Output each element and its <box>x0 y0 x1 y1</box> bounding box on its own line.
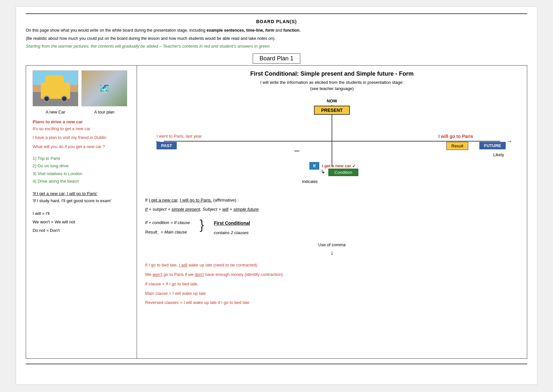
car-wheel-left <box>43 96 50 102</box>
car-image <box>33 70 78 106</box>
form1-if: If <box>145 198 149 203</box>
desc1-func: function <box>283 28 299 33</box>
form-section: If I get a new car, I will go to Paris. … <box>145 196 519 214</box>
board-plan-title-box: Board Plan 1 <box>253 53 300 64</box>
b2-rest: have enough money (identify contraction) <box>204 272 283 277</box>
bottom-text-section: If I go to bed late, I will wake up late… <box>145 261 519 307</box>
form2-rest2: Subject + <box>202 207 222 212</box>
form2-will: will <box>222 207 229 212</box>
likely-text: Likely <box>493 152 504 157</box>
desc1-end: . <box>299 28 300 33</box>
left-red-text4: What will you do if you get a new car ? <box>33 143 130 150</box>
numbered-item-3: 3) Visit relatives in London <box>33 170 130 177</box>
main-content: 🗺️ A new Car A tour plan Plans to drive … <box>26 65 527 359</box>
images-row: 🗺️ <box>33 70 130 106</box>
comma-section: Use of comma ↓ <box>145 242 519 256</box>
indicates-text: Indicates <box>302 179 318 184</box>
left-contractions: I will = I'll We won't = We will not Do … <box>33 209 130 235</box>
board-plan-title-row: Board Plan 1 <box>26 53 527 64</box>
form-line-1: If I get a new car, I will go to Paris. … <box>145 196 519 204</box>
desc1-and: and <box>274 28 283 33</box>
page-container: BOARD PLAN(S) On this page show what you… <box>16 7 537 385</box>
clause-line2: Result_ = Main clause <box>145 228 190 237</box>
car-shape <box>41 83 70 99</box>
bottom-line4: Main clause = I will wake up late <box>145 290 519 298</box>
b2-pre: We <box>145 272 153 277</box>
bottom-border <box>26 364 527 364</box>
header-section: BOARD PLAN(S) <box>26 19 527 24</box>
timeline-diagram: NOW PRESENT ← → I went to Paris, last ye… <box>145 98 519 190</box>
header-desc2: (Be realistic about how much you could p… <box>26 36 527 42</box>
contraction1: I will = I'll <box>33 209 130 218</box>
left-red-text2: It's so exciting to get a new car <box>33 126 130 132</box>
right-panel: First Conditional: Simple present and Si… <box>137 66 527 358</box>
tour-image-inner: 🗺️ <box>82 71 127 106</box>
if-text: I get a new car ↙ <box>322 163 356 168</box>
contains-2-clauses: contains 2 clauses <box>214 228 250 238</box>
left-numbered: 1) Trip to Paris 2) Go on long drive 3) … <box>33 155 130 185</box>
form2-sf: simple future <box>233 207 259 212</box>
horizontal-timeline-line <box>164 141 500 142</box>
numbered-item-4: 4) Drive along the beach <box>33 177 130 185</box>
header-description: On this page show what you would write o… <box>26 27 527 34</box>
b1-pre: If I go to bed late, <box>145 263 179 267</box>
car-image-inner <box>33 71 78 106</box>
left-quoted-section: 'If I get a new car, I will go to Paris'… <box>33 190 130 204</box>
bottom-line3: If clause = If I go to bed late, <box>145 280 519 288</box>
quoted2: 'If I study hard, I'll get good score in… <box>33 197 130 204</box>
past-text: I went to Paris, last year <box>157 134 202 139</box>
right-subtext1: I will write the information as elicited… <box>145 79 519 92</box>
down-arrow-condition: ↳ <box>321 169 325 175</box>
clause-left: If + condition = If clause Result_ = Mai… <box>145 218 190 237</box>
tick-line <box>294 151 299 151</box>
right-arrow-icon: → <box>506 138 512 145</box>
b1-will: I will <box>179 263 187 267</box>
comma-title: Use of comma <box>145 242 519 247</box>
form2-sp: simple present, <box>172 207 202 212</box>
form1-condition: I get a new car, <box>149 198 179 203</box>
if-box: If <box>309 162 319 170</box>
result-box: Result <box>446 142 468 150</box>
clause-section: If + condition = If clause Result_ = Mai… <box>145 218 519 237</box>
quoted1: 'If I get a new car, I will go to Paris' <box>33 190 130 197</box>
condition-box: Condition <box>328 169 359 176</box>
form-line-2: If + subject + simple present, Subject +… <box>145 205 519 213</box>
clause-bracket: } <box>200 218 204 231</box>
future-box: FUTURE <box>479 142 506 149</box>
left-red-text1: Plans to drive a new car <box>33 119 130 124</box>
now-label: NOW <box>327 98 337 103</box>
car-wheel-right <box>61 96 67 102</box>
b2-dont: don't <box>195 272 204 277</box>
b1-rest: wake up late (need to be contracted) <box>187 263 257 267</box>
page-title: BOARD PLAN(S) <box>26 19 527 24</box>
form1-result: I will go to Paris. <box>180 198 212 203</box>
numbered-item-1: 1) Trip to Paris <box>33 155 130 162</box>
bottom-line2: We won't go to Paris if we don't have en… <box>145 271 519 279</box>
tour-image: 🗺️ <box>82 70 127 106</box>
clause-right: First Conditional contains 2 clauses <box>214 218 250 237</box>
bottom-line5: Reversed clauses = I will wake up late i… <box>145 299 519 307</box>
right-heading: First Conditional: Simple present and Si… <box>145 70 519 77</box>
car-top <box>46 75 64 83</box>
bottom-line1: If I go to bed late, I will wake up late… <box>145 261 519 269</box>
first-conditional-label: First Conditional <box>214 218 250 228</box>
clause-line1: If + condition = If clause <box>145 218 190 228</box>
b2-mid: go to Paris if we <box>162 272 195 277</box>
form2-plus: + <box>229 207 233 212</box>
desc1-text: On this page show what you would write o… <box>26 28 207 33</box>
img1-label: A new Car <box>33 110 78 114</box>
form2-rest1: + subject + <box>148 207 172 212</box>
header-italic: Starting from the warmer pictures, the c… <box>26 44 527 49</box>
left-panel: 🗺️ A new Car A tour plan Plans to drive … <box>26 66 137 358</box>
form2-if: If <box>145 207 148 212</box>
top-border <box>26 13 527 14</box>
contraction2: We won't = We will not <box>33 218 130 226</box>
comma-down-arrow: ↓ <box>145 249 519 256</box>
img-labels-row: A new Car A tour plan <box>33 110 130 114</box>
desc1-bold: example sentences, time-line, form <box>207 28 275 33</box>
b2-wont: won't <box>153 272 162 277</box>
contraction3: Do not = Don't <box>33 226 130 235</box>
past-box: PAST <box>157 142 177 149</box>
present-box: PRESENT <box>314 106 350 115</box>
future-text: I will go to Paris <box>438 134 473 139</box>
